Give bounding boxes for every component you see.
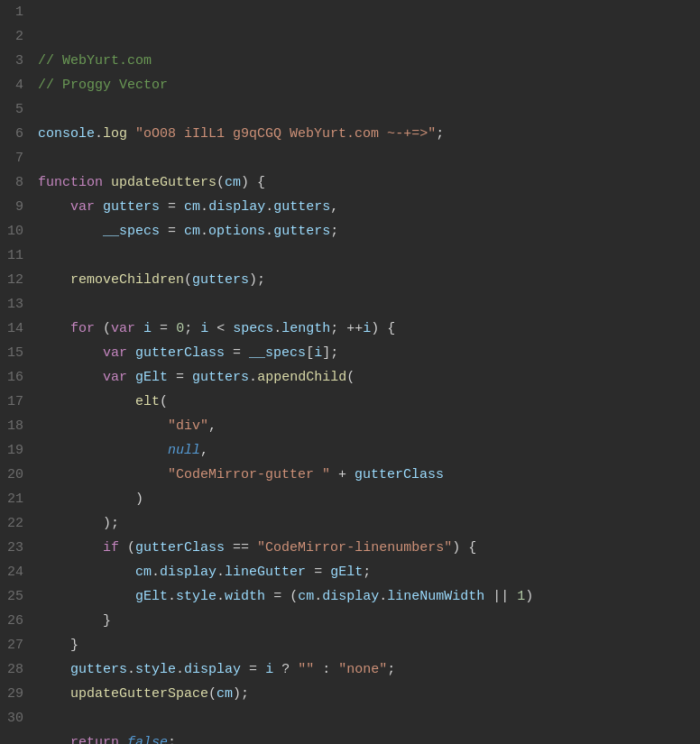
line-number-29: 29: [7, 682, 23, 706]
token: ;: [387, 662, 395, 677]
token: if: [103, 540, 119, 556]
token: (: [95, 321, 111, 336]
code-line-7: var gutters = cm.display.gutters,: [38, 195, 700, 219]
token: =: [152, 321, 176, 336]
token: for: [70, 321, 95, 336]
code-line-22: cm.display.lineGutter = gElt;: [38, 560, 700, 584]
token: cm: [135, 565, 152, 580]
token: console: [38, 126, 95, 142]
token: gElt: [330, 565, 363, 580]
token: .: [265, 199, 273, 215]
line-number-1: 1: [7, 0, 23, 24]
token: i: [314, 345, 322, 361]
token: cm: [298, 589, 314, 604]
token: ==: [225, 540, 257, 556]
code-line-10: removeChildren(gutters);: [38, 268, 700, 292]
token: var: [103, 345, 127, 361]
token: );: [249, 272, 265, 288]
token: __specs: [249, 345, 306, 361]
code-line-16: "div",: [38, 414, 700, 438]
line-number-24: 24: [7, 560, 23, 584]
token: .: [314, 589, 322, 604]
token: [38, 418, 168, 434]
code-line-23: gElt.style.width = (cm.display.lineNumWi…: [38, 584, 700, 609]
token: ,: [200, 443, 208, 458]
line-number-9: 9: [7, 195, 23, 219]
token: }: [70, 638, 78, 653]
token: (: [160, 394, 168, 409]
code-line-4: console.log "oO08 iIlL1 g9qCGQ WebYurt.c…: [38, 122, 700, 146]
line-number-10: 10: [7, 219, 23, 243]
token: ];: [322, 345, 338, 361]
token: [38, 394, 135, 409]
token: =: [241, 662, 265, 677]
line-number-25: 25: [7, 584, 23, 609]
code-content[interactable]: // WebYurt.com// Proggy Vector console.l…: [34, 0, 700, 744]
token: [127, 370, 135, 385]
token: .: [95, 126, 103, 142]
token: =: [225, 345, 249, 361]
token: return: [70, 735, 119, 744]
token: [38, 516, 103, 531]
token: i: [265, 662, 273, 677]
token: [38, 540, 103, 556]
code-line-25: }: [38, 633, 700, 657]
line-number-8: 8: [7, 170, 23, 195]
line-number-22: 22: [7, 511, 23, 536]
token: .: [273, 321, 281, 336]
token: [127, 345, 135, 361]
token: ;: [330, 224, 338, 239]
token: =: [168, 370, 192, 385]
token: cm: [184, 199, 200, 215]
token: (: [184, 272, 192, 288]
token: false: [127, 735, 168, 744]
token: display: [322, 589, 379, 604]
code-line-28: [38, 706, 700, 730]
token: elt: [135, 394, 160, 409]
token: gutters: [273, 199, 330, 215]
token: [103, 175, 111, 190]
code-line-17: null,: [38, 438, 700, 463]
token: "none": [338, 662, 387, 677]
token: .: [216, 565, 225, 580]
line-number-14: 14: [7, 317, 23, 341]
token: display: [208, 199, 265, 215]
token: style: [176, 589, 216, 604]
token: .: [200, 224, 208, 239]
token: "CodeMirror-gutter ": [168, 467, 330, 482]
code-line-6: function updateGutters(cm) {: [38, 170, 700, 195]
token: ;: [168, 735, 176, 744]
token: =: [160, 199, 184, 215]
token: var: [70, 199, 95, 215]
token: =: [160, 224, 184, 239]
code-line-3: [38, 97, 700, 122]
token: // WebYurt.com: [38, 53, 152, 69]
token: ) {: [241, 175, 265, 190]
line-number-23: 23: [7, 536, 23, 560]
token: display: [160, 565, 216, 580]
token: gutterClass: [355, 467, 444, 482]
token: 0: [176, 321, 184, 336]
token: log: [103, 126, 127, 142]
line-number-30: 30: [7, 706, 23, 730]
line-number-7: 7: [7, 146, 23, 170]
token: [119, 735, 127, 744]
token: [95, 199, 103, 215]
token: [38, 272, 70, 288]
line-number-21: 21: [7, 487, 23, 511]
token: [127, 126, 135, 142]
token: "CodeMirror-linenumbers": [257, 540, 452, 556]
token: gutters: [70, 662, 127, 677]
code-line-11: [38, 292, 700, 317]
token: [135, 321, 143, 336]
line-number-27: 27: [7, 633, 23, 657]
token: lineNumWidth: [387, 589, 484, 604]
code-line-20: );: [38, 511, 700, 536]
code-line-26: gutters.style.display = i ? "" : "none";: [38, 657, 700, 682]
token: 1: [517, 589, 525, 604]
code-line-1: // WebYurt.com: [38, 49, 700, 73]
line-number-6: 6: [7, 122, 23, 146]
token: "oO08 iIlL1 g9qCGQ WebYurt.com ~-+=>": [135, 126, 436, 142]
token: ,: [208, 418, 216, 434]
token: .: [168, 589, 176, 604]
